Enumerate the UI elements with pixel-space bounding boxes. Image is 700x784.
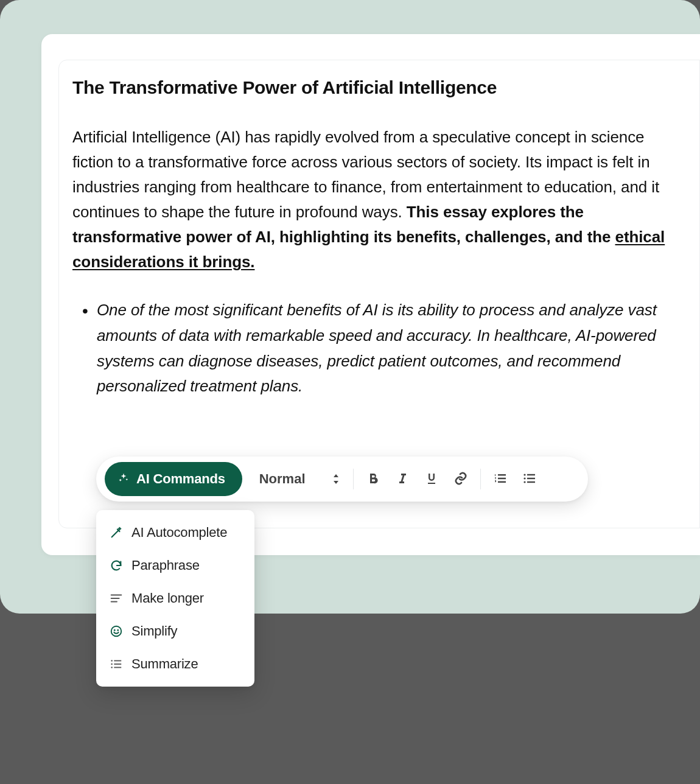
- list-icon: [110, 657, 123, 671]
- underline-button[interactable]: [417, 464, 446, 494]
- menu-item-paraphrase[interactable]: Paraphrase: [96, 549, 254, 582]
- unordered-list-icon: [522, 471, 537, 488]
- bold-button[interactable]: [359, 464, 388, 494]
- svg-point-11: [117, 630, 118, 631]
- svg-rect-16: [114, 663, 121, 665]
- unordered-list-button[interactable]: [515, 464, 544, 494]
- smile-icon: [110, 625, 123, 638]
- menu-item-ai-autocomplete[interactable]: AI Autocomplete: [96, 516, 254, 549]
- select-arrows-icon: [332, 474, 340, 485]
- svg-point-0: [523, 474, 525, 475]
- svg-point-1: [523, 477, 525, 479]
- bullet-item: One of the most significant benefits of …: [97, 298, 675, 399]
- menu-item-make-longer[interactable]: Make longer: [96, 582, 254, 615]
- ordered-list-button[interactable]: [486, 464, 515, 494]
- document-title: The Transformative Power of Artificial I…: [72, 77, 675, 98]
- svg-point-12: [111, 660, 113, 662]
- ai-commands-label: AI Commands: [136, 471, 225, 487]
- text-style-label: Normal: [259, 471, 306, 487]
- svg-rect-17: [114, 667, 121, 668]
- svg-rect-15: [114, 660, 121, 662]
- ai-commands-button[interactable]: AI Commands: [105, 462, 242, 496]
- bold-icon: [366, 471, 380, 488]
- italic-icon: [395, 471, 410, 488]
- svg-point-9: [111, 626, 122, 637]
- sparkle-icon: [118, 471, 129, 487]
- svg-point-13: [111, 663, 113, 665]
- svg-point-14: [111, 667, 113, 668]
- ordered-list-icon: [493, 471, 508, 488]
- editor-toolbar: AI Commands Normal: [96, 457, 588, 502]
- toolbar-divider: [480, 469, 481, 489]
- svg-rect-4: [527, 477, 535, 478]
- svg-rect-5: [527, 481, 535, 482]
- menu-item-label: Simplify: [131, 623, 177, 639]
- refresh-icon: [110, 559, 123, 572]
- text-style-select[interactable]: Normal: [247, 467, 348, 491]
- background-panel: The Transformative Power of Artificial I…: [0, 0, 700, 614]
- wand-icon: [110, 526, 123, 539]
- underline-icon: [424, 471, 439, 488]
- toolbar-divider: [353, 469, 354, 489]
- bullet-list: One of the most significant benefits of …: [72, 298, 675, 399]
- format-group: [359, 464, 475, 494]
- menu-item-label: Summarize: [131, 656, 198, 672]
- lines-icon: [110, 592, 123, 605]
- svg-point-2: [523, 481, 525, 483]
- document-paragraph: Artificial Intelligence (AI) has rapidly…: [72, 125, 675, 275]
- menu-item-label: AI Autocomplete: [131, 525, 227, 541]
- italic-button[interactable]: [388, 464, 417, 494]
- link-button[interactable]: [446, 464, 475, 494]
- list-group: [486, 464, 544, 494]
- menu-item-simplify[interactable]: Simplify: [96, 615, 254, 648]
- ai-commands-menu: AI Autocomplete Paraphrase Make longer S…: [96, 510, 254, 687]
- menu-item-summarize[interactable]: Summarize: [96, 648, 254, 681]
- menu-item-label: Paraphrase: [131, 558, 200, 573]
- link-icon: [453, 471, 468, 488]
- svg-point-10: [114, 630, 115, 631]
- svg-rect-3: [527, 474, 535, 475]
- menu-item-label: Make longer: [131, 590, 204, 606]
